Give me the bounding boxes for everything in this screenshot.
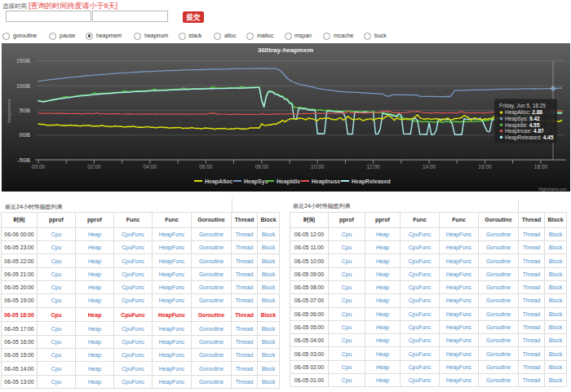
svg-text:04:00: 04:00 bbox=[144, 164, 157, 170]
svg-text:02:00: 02:00 bbox=[87, 164, 101, 170]
svg-text:Highcharts.com: Highcharts.com bbox=[538, 187, 567, 192]
svg-text:10GB: 10GB bbox=[16, 83, 30, 89]
svg-text:360tray-heapmem: 360tray-heapmem bbox=[258, 46, 313, 54]
svg-text:HeapSys: HeapSys bbox=[244, 178, 268, 185]
svg-text:5GB: 5GB bbox=[20, 108, 31, 113]
svg-text:heapmems: heapmems bbox=[7, 99, 11, 123]
svg-text:15GB: 15GB bbox=[16, 58, 30, 64]
svg-text:HeapReleased: 4.45: HeapReleased: 4.45 bbox=[505, 134, 554, 141]
svg-text:HeapAlloc: HeapAlloc bbox=[205, 178, 232, 185]
svg-text:14:00: 14:00 bbox=[423, 164, 436, 170]
svg-text:06:00: 06:00 bbox=[199, 164, 213, 170]
svg-text:00:00: 00:00 bbox=[32, 164, 46, 170]
svg-text:-5GB: -5GB bbox=[17, 157, 30, 163]
svg-text:HeapInuse: HeapInuse bbox=[312, 178, 341, 185]
svg-text:HeapReleased: HeapReleased bbox=[352, 178, 391, 185]
svg-text:12:00: 12:00 bbox=[366, 164, 380, 170]
svg-text:0GB: 0GB bbox=[20, 132, 31, 138]
svg-text:HeapIdle: HeapIdle bbox=[277, 178, 300, 185]
svg-text:16:00: 16:00 bbox=[478, 164, 492, 170]
svg-text:10:00: 10:00 bbox=[311, 164, 325, 170]
svg-text:08:00: 08:00 bbox=[255, 164, 269, 170]
svg-text:18:00: 18:00 bbox=[534, 164, 548, 170]
svg-text:Friday, Jun 5, 18:25: Friday, Jun 5, 18:25 bbox=[499, 103, 546, 109]
